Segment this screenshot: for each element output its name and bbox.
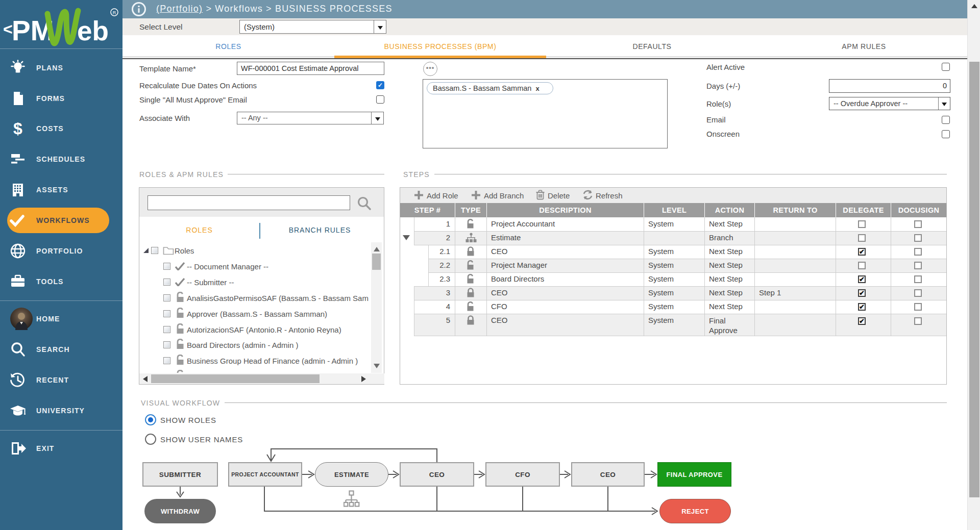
svg-text:<: < (3, 20, 13, 38)
svg-text:$: $ (13, 120, 22, 137)
svg-text:eb: eb (77, 16, 109, 46)
svg-text:R: R (113, 10, 116, 15)
